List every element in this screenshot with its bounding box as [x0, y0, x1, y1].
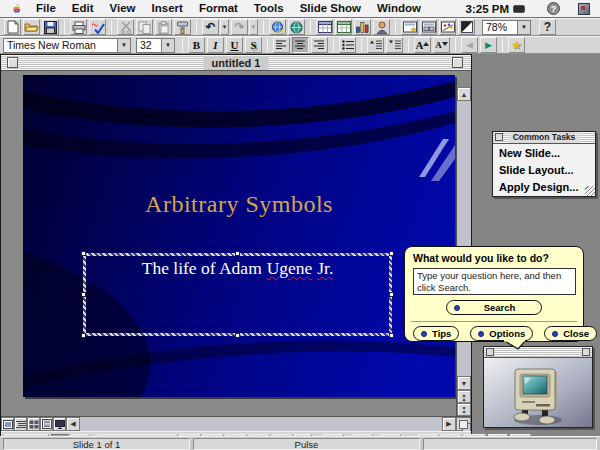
print-button[interactable]	[70, 19, 87, 35]
insert-clipart-button[interactable]	[373, 19, 390, 35]
open-button[interactable]	[23, 19, 40, 35]
common-task-apply-design[interactable]: Apply Design...	[493, 178, 595, 195]
menu-slide-show[interactable]: Slide Show	[292, 0, 369, 17]
palette-resize-grip[interactable]	[585, 186, 595, 196]
options-button[interactable]: Options	[470, 326, 533, 341]
document-titlebar[interactable]: untitled 1	[1, 55, 471, 71]
next-slide-button[interactable]: ▼▼	[457, 403, 471, 416]
apply-design-button[interactable]	[439, 19, 456, 35]
spelling-button[interactable]	[89, 19, 106, 35]
animation-effects-button[interactable]: ★	[508, 37, 525, 53]
common-task-slide-layout[interactable]: Slide Layout...	[493, 161, 595, 178]
help-button[interactable]: ?	[539, 19, 556, 35]
align-right-button[interactable]	[311, 37, 328, 53]
menu-insert[interactable]: Insert	[144, 0, 191, 17]
slide-sorter-view-button[interactable]	[27, 417, 40, 431]
resize-handle-middle-right[interactable]	[389, 292, 394, 297]
promote-button[interactable]: ◀	[461, 37, 478, 53]
format-painter-button[interactable]	[174, 19, 191, 35]
menu-tools[interactable]: Tools	[246, 0, 292, 17]
common-task-new-slide[interactable]: New Slide...	[493, 144, 595, 161]
menu-edit[interactable]: Edit	[64, 0, 102, 17]
design-template-indicator: Pulse	[193, 438, 420, 450]
new-document-button[interactable]	[4, 19, 21, 35]
scroll-right-arrow[interactable]: ▶	[442, 417, 456, 431]
italic-button[interactable]: I	[207, 37, 224, 53]
tips-button[interactable]: Tips	[413, 326, 459, 341]
font-name-dropdown-arrow[interactable]: ▼	[118, 38, 131, 53]
scroll-up-arrow[interactable]: ▲	[457, 87, 471, 101]
font-size-select[interactable]: 32	[136, 38, 162, 53]
horizontal-scroll-track[interactable]	[80, 417, 442, 431]
menu-window[interactable]: Window	[369, 0, 429, 17]
insert-table-button[interactable]	[316, 19, 333, 35]
increase-paragraph-spacing-button[interactable]	[367, 37, 384, 53]
application-menu-icon[interactable]	[578, 3, 590, 15]
resize-handle-bottom-left[interactable]	[81, 333, 86, 338]
paste-button[interactable]	[155, 19, 172, 35]
subtitle-textbox[interactable]: The life of AdamUgeneJr.	[83, 253, 392, 336]
copy-button[interactable]	[136, 19, 153, 35]
slide-subtitle-text[interactable]: The life of AdamUgeneJr.	[86, 258, 389, 279]
assistant-titlebar[interactable]	[484, 347, 592, 358]
menu-view[interactable]: View	[102, 0, 144, 17]
redo-button[interactable]: ↷	[231, 19, 248, 35]
window-collapse-box[interactable]	[452, 57, 463, 68]
resize-handle-top-right[interactable]	[389, 251, 394, 256]
assistant-zoom-box[interactable]	[582, 348, 590, 356]
undo-button[interactable]: ↶	[202, 19, 219, 35]
black-and-white-view-button[interactable]	[458, 19, 475, 35]
cut-button[interactable]	[117, 19, 134, 35]
blue-dot-icon	[552, 331, 558, 337]
demote-button[interactable]: ▶	[480, 37, 497, 53]
zoom-input[interactable]: 78%	[482, 20, 518, 35]
align-center-button[interactable]	[292, 37, 309, 53]
window-grow-box[interactable]	[456, 417, 471, 431]
outline-view-button[interactable]	[14, 417, 27, 431]
font-size-dropdown-arrow[interactable]: ▼	[162, 38, 175, 53]
help-menu-icon[interactable]: ?	[547, 2, 560, 15]
decrease-paragraph-spacing-button[interactable]	[386, 37, 403, 53]
slide-layout-button[interactable]	[420, 19, 437, 35]
assistant-question-input[interactable]: Type your question here, and then click …	[413, 268, 576, 295]
undo-dropdown-arrow[interactable]: ▼	[220, 19, 229, 35]
search-button[interactable]: Search	[446, 300, 542, 315]
insert-hyperlink-button[interactable]	[269, 19, 286, 35]
bold-button[interactable]: B	[188, 37, 205, 53]
menu-format[interactable]: Format	[191, 0, 246, 17]
insert-spreadsheet-button[interactable]	[335, 19, 352, 35]
common-tasks-titlebar[interactable]: Common Tasks	[493, 132, 595, 144]
window-close-box[interactable]	[7, 57, 18, 68]
resize-handle-bottom-center[interactable]	[235, 333, 240, 338]
decrease-font-size-button[interactable]: A	[433, 37, 450, 53]
save-button[interactable]	[42, 19, 59, 35]
insert-chart-button[interactable]	[354, 19, 371, 35]
apple-menu-icon[interactable]	[8, 2, 24, 15]
menu-file[interactable]: File	[28, 0, 64, 17]
text-shadow-button[interactable]: S	[245, 37, 262, 53]
palette-close-box[interactable]	[495, 133, 503, 141]
previous-slide-button[interactable]: ▲▲	[457, 390, 471, 403]
new-slide-button[interactable]	[401, 19, 418, 35]
resize-handle-top-left[interactable]	[81, 251, 86, 256]
resize-handle-top-center[interactable]	[235, 251, 240, 256]
scroll-left-arrow[interactable]: ◀	[66, 417, 80, 431]
font-name-select[interactable]: Times New Roman	[3, 38, 118, 53]
slide-title-text[interactable]: Arbitrary Symbols	[23, 191, 455, 218]
increase-font-size-button[interactable]: A	[414, 37, 431, 53]
slide-canvas[interactable]: Arbitrary Symbols The life of AdamUgeneJ…	[23, 75, 455, 397]
notes-page-view-button[interactable]	[40, 417, 53, 431]
assistant-close-box[interactable]	[486, 348, 494, 356]
slide-show-view-button[interactable]	[53, 417, 66, 431]
underline-button[interactable]: U	[226, 37, 243, 53]
bullets-button[interactable]	[339, 37, 356, 53]
close-button[interactable]: Close	[544, 326, 597, 341]
web-toolbar-button[interactable]	[288, 19, 305, 35]
redo-dropdown-arrow[interactable]: ▼	[249, 19, 258, 35]
resize-handle-middle-left[interactable]	[81, 292, 86, 297]
scroll-down-arrow[interactable]: ▼	[457, 376, 471, 390]
align-left-button[interactable]	[273, 37, 290, 53]
slide-view-button[interactable]	[1, 417, 14, 431]
zoom-dropdown-arrow[interactable]: ▼	[518, 20, 531, 35]
resize-handle-bottom-right[interactable]	[389, 333, 394, 338]
